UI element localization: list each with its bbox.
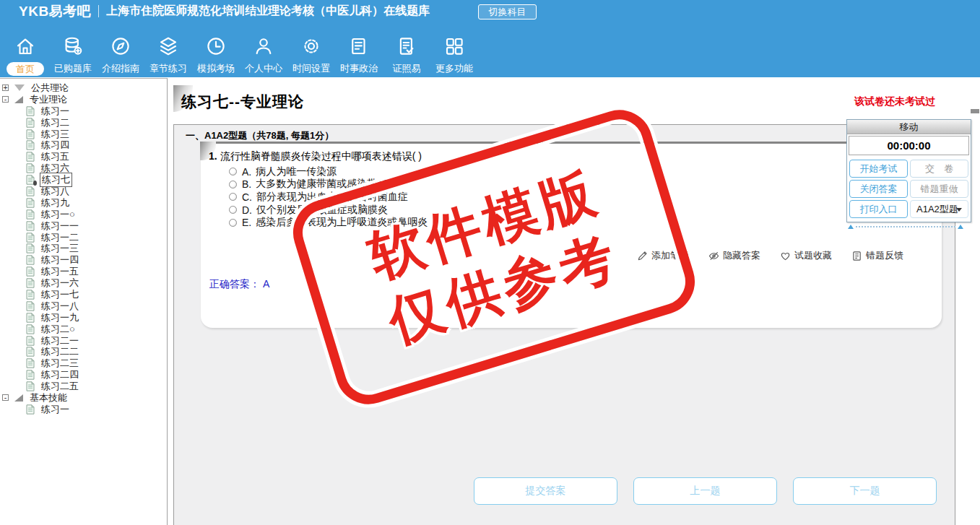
tree-item[interactable]: 练习二: [0, 117, 167, 129]
tree-item[interactable]: 练习一三: [0, 243, 167, 254]
question-type-dropdown[interactable]: A1A2型题: [910, 200, 968, 218]
app-window: YKB易考吧 上海市住院医师规范化培训结业理论考核（中医儿科）在线题库 切换科目…: [0, 0, 980, 525]
nav-item-purchased-banks[interactable]: 已购题库: [49, 33, 97, 76]
correct-answer-label: 正确答案：: [209, 278, 260, 290]
switch-subject-button[interactable]: 切换科目: [478, 4, 537, 19]
tree-item[interactable]: 练习二五: [0, 381, 167, 392]
tree-item[interactable]: 练习九: [0, 197, 167, 209]
logo-divider: [98, 5, 99, 17]
tree-item[interactable]: 练习二二: [0, 346, 167, 357]
option-text: 大多数为健康带菌或感染带菌: [256, 178, 387, 191]
option-key: C.: [242, 191, 252, 203]
next-question-button[interactable]: 下一题: [793, 477, 937, 505]
document-icon: [26, 336, 35, 346]
hide-answer-link[interactable]: 隐藏答案: [708, 249, 760, 262]
question-card: 1.流行性脑脊髓膜炎传染过程中哪项表述错误( ) A. 病人为唯一传染源 B. …: [201, 142, 942, 328]
document-icon: [26, 186, 35, 196]
tree-item[interactable]: + 公共理论: [0, 82, 167, 94]
tree-item[interactable]: 练习六: [0, 162, 167, 174]
tree-item[interactable]: 练习一六: [0, 277, 167, 289]
app-logo: YKB易考吧: [19, 2, 91, 21]
add-note-link[interactable]: 添加笔记: [637, 249, 689, 262]
radio-icon[interactable]: [229, 219, 237, 227]
tree-item[interactable]: 练习七: [0, 174, 167, 186]
panel-drag-handle[interactable]: 移动: [847, 120, 971, 134]
tree-item[interactable]: 练习一五: [0, 266, 167, 277]
nav-item-more-features[interactable]: 更多功能: [430, 33, 478, 76]
option-row[interactable]: B. 大多数为健康带菌或感染带菌: [229, 178, 428, 191]
question-actions: 添加笔记 隐藏答案 试题收藏 错题反馈: [637, 249, 903, 262]
option-key: B.: [242, 178, 251, 190]
nav-item-current-affairs[interactable]: 时事政治: [335, 33, 383, 76]
nav-item-intro-guide[interactable]: 介绍指南: [97, 33, 144, 76]
nav-item-zhengzhaoyi[interactable]: 证照易: [383, 33, 430, 76]
tree-expand-box[interactable]: +: [2, 84, 9, 91]
tree-item[interactable]: 练习二三: [0, 357, 167, 369]
favorite-question-link[interactable]: 试题收藏: [780, 249, 832, 262]
panel-scroll-bar[interactable]: [848, 223, 963, 230]
document-icon: [26, 140, 35, 150]
panel-button-grid: 开始考试 交 卷 关闭答案 错题重做 打印入口 A1A2型题: [847, 157, 971, 222]
nav-item-home[interactable]: 首页: [1, 33, 49, 76]
radio-icon[interactable]: [229, 193, 237, 201]
scroll-up-triangle-icon[interactable]: [958, 225, 963, 229]
question-text-line: 1.流行性脑脊髓膜炎传染过程中哪项表述错误( ): [209, 150, 422, 163]
tree-item[interactable]: 练习二四: [0, 369, 167, 381]
tree-item[interactable]: 练习三: [0, 129, 167, 140]
home-icon: [14, 33, 36, 59]
tree-item[interactable]: 练习一九: [0, 312, 167, 324]
submit-paper-button[interactable]: 交 卷: [910, 160, 968, 178]
nav-item-user-center[interactable]: 个人中心: [240, 33, 287, 76]
nav-item-mock-exam[interactable]: 模拟考场: [192, 33, 240, 76]
nav-label: 模拟考场: [197, 62, 235, 74]
tree-item[interactable]: 练习一二: [0, 232, 167, 243]
tree-item[interactable]: 练习一七: [0, 289, 167, 300]
nav-item-chapter-practice[interactable]: 章节练习: [144, 33, 192, 76]
submit-answer-button[interactable]: 提交答案: [474, 477, 617, 505]
option-row[interactable]: C. 部分表现为出血点型的暂时菌血症: [229, 191, 428, 204]
radio-icon[interactable]: [229, 168, 237, 175]
nav-label: 时间设置: [292, 62, 330, 74]
print-entry-button[interactable]: 打印入口: [849, 200, 908, 218]
redo-wrong-button[interactable]: 错题重做: [910, 180, 968, 198]
option-row[interactable]: E. 感染后多数表现为上呼吸道炎或鼻咽炎: [229, 216, 428, 229]
eye-slash-icon: [708, 251, 719, 261]
tree-expand-box[interactable]: -: [2, 96, 9, 103]
question-text: 流行性脑脊髓膜炎传染过程中哪项表述错误( ): [220, 150, 422, 162]
tree-item[interactable]: 练习一○: [0, 209, 167, 220]
radio-icon[interactable]: [229, 181, 237, 188]
question-number: 1.: [209, 150, 217, 162]
start-exam-button[interactable]: 开始考试: [849, 160, 908, 178]
document-icon: [26, 243, 35, 253]
folder-triangle-icon: [14, 96, 23, 103]
document-icon: [26, 209, 35, 220]
tree-item[interactable]: 练习一一: [0, 220, 167, 232]
error-feedback-link[interactable]: 错题反馈: [851, 249, 903, 262]
tree-item[interactable]: 练习一: [0, 105, 167, 117]
option-row[interactable]: D. 仅个别发展为败血症或脑膜炎: [229, 204, 428, 217]
tree-item[interactable]: 练习一八: [0, 300, 167, 312]
options-list: A. 病人为唯一传染源 B. 大多数为健康带菌或感染带菌 C. 部分表现为出血点…: [229, 165, 428, 229]
grid-icon: [443, 33, 465, 59]
tree-item[interactable]: - 基本技能: [0, 392, 167, 404]
radio-icon[interactable]: [229, 206, 237, 214]
close-answer-button[interactable]: 关闭答案: [849, 180, 908, 198]
section-header: 一、A1A2型题（共78题, 每题1分）: [186, 129, 334, 142]
dotted-line: [856, 226, 955, 227]
tree-item[interactable]: - 专业理论: [0, 94, 167, 105]
option-row[interactable]: A. 病人为唯一传染源: [229, 165, 428, 178]
tree-item[interactable]: 练习一四: [0, 254, 167, 266]
tree-item[interactable]: 练习二○: [0, 324, 167, 335]
previous-question-button[interactable]: 上一题: [633, 477, 777, 505]
tree-item[interactable]: 练习二一: [0, 335, 167, 347]
document-icon: [26, 347, 35, 357]
tree-expand-box[interactable]: -: [2, 394, 9, 401]
exam-status-text: 该试卷还未考试过: [854, 95, 935, 108]
panel-resize-handle[interactable]: [971, 109, 979, 113]
nav-item-time-settings[interactable]: 时间设置: [287, 33, 335, 76]
scroll-up-triangle-icon[interactable]: [848, 225, 854, 229]
tree-item[interactable]: 练习八: [0, 186, 167, 197]
tree-item[interactable]: 练习一: [0, 404, 167, 415]
tree-item[interactable]: 练习四: [0, 139, 167, 151]
tree-item[interactable]: 练习五: [0, 151, 167, 162]
